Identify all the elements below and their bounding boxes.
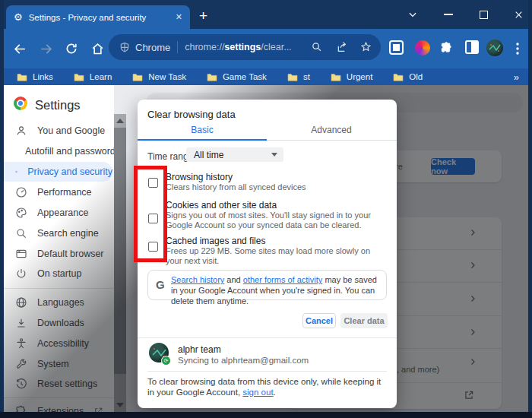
menu-dots-icon[interactable] — [516, 43, 519, 55]
other-forms-link[interactable]: other forms of activity — [243, 275, 323, 284]
cancel-button[interactable]: Cancel — [302, 313, 336, 328]
sidebar-item-default-browser[interactable]: Default browser — [4, 244, 114, 264]
reload-icon — [65, 42, 78, 55]
sidebar-item-label: Privacy and security — [27, 166, 112, 177]
window-frame-left — [0, 0, 4, 418]
dialog-title: Clear browsing data — [147, 109, 236, 120]
sidebar-item-autofill[interactable]: Autofill and passwords — [4, 141, 114, 161]
address-bar[interactable]: Chrome chrome://settings/clear... — [109, 34, 381, 60]
sidebar-item-label: Languages — [37, 297, 84, 308]
sidebar-item-performance[interactable]: Performance — [4, 182, 114, 202]
extension-color-icon[interactable] — [415, 40, 430, 55]
bookmark-folder[interactable]: Learn — [74, 72, 112, 81]
settings-gear-icon: ⚙ — [14, 12, 23, 22]
accessibility-icon — [15, 337, 27, 350]
home-button[interactable] — [88, 40, 106, 58]
sidebar-item-label: Reset settings — [37, 378, 97, 389]
bookmark-folder[interactable]: New Task — [132, 72, 186, 81]
wrench-icon — [15, 358, 27, 370]
side-panel-icon[interactable] — [465, 40, 479, 54]
minimize-icon — [444, 14, 453, 15]
reload-button[interactable] — [62, 40, 81, 58]
sidebar-item-extensions[interactable]: Extensions — [4, 401, 114, 412]
sidebar-divider — [4, 288, 114, 289]
sidebar-item-appearance[interactable]: Appearance — [4, 203, 114, 223]
sidebar-item-on-startup[interactable]: On startup — [4, 264, 114, 283]
notice-text: Search history and other forms of activi… — [171, 274, 382, 306]
sign-out-link[interactable]: sign out — [242, 388, 273, 397]
scrollbar-up-arrow-icon[interactable] — [116, 119, 124, 123]
tab-title: Settings - Privacy and security — [29, 13, 169, 22]
sidebar-item-label: Downloads — [37, 318, 84, 328]
folder-icon — [287, 72, 298, 81]
bookmark-folder[interactable]: Urgent — [331, 72, 373, 81]
zoom-search-icon[interactable] — [311, 41, 322, 52]
extensions-puzzle-icon[interactable] — [440, 41, 454, 55]
forward-button[interactable] — [36, 40, 55, 58]
back-button[interactable] — [11, 40, 29, 58]
checkbox-title: Cookies and other site data — [166, 200, 277, 211]
minimize-button[interactable] — [439, 7, 458, 22]
notice-text-part: and — [224, 275, 242, 284]
url-host: settings — [224, 42, 261, 52]
time-range-value: All time — [194, 150, 223, 160]
folder-icon — [331, 72, 341, 81]
chevron-right-icon — [468, 294, 477, 303]
check-now-button[interactable]: Check now — [431, 158, 475, 175]
browser-tab[interactable]: ⚙ Settings - Privacy and security ✕ — [6, 5, 190, 29]
account-sync-status: Syncing to alphrteam@gmail.com — [178, 356, 309, 365]
sidebar-item-accessibility[interactable]: Accessibility — [4, 334, 114, 353]
bookmark-folder[interactable]: st — [287, 72, 310, 81]
browser-icon — [15, 248, 27, 260]
scrollbar-thumb[interactable] — [114, 128, 126, 374]
time-range-select[interactable]: All time — [186, 147, 283, 162]
dialog-tabs: Basic Advanced — [138, 121, 397, 141]
tab-close-icon[interactable]: ✕ — [176, 12, 182, 22]
sidebar-item-privacy-and-security[interactable]: Privacy and security — [4, 162, 112, 182]
folder-icon — [17, 72, 27, 81]
scrollbar-down-arrow-icon[interactable] — [116, 403, 124, 407]
download-icon — [15, 317, 27, 329]
tab-advanced[interactable]: Advanced — [267, 121, 396, 140]
chevron-right-icon — [468, 328, 477, 337]
tab-search-chevron-icon[interactable] — [403, 7, 423, 22]
sidebar-item-languages[interactable]: Languages — [4, 293, 114, 312]
sync-badge-icon: ⟳ — [161, 356, 171, 366]
extension-window-icon[interactable] — [389, 40, 404, 55]
dialog-footer-text: To clear browsing data from this device … — [147, 376, 385, 397]
chevron-right-icon — [468, 357, 477, 366]
person-icon — [15, 125, 27, 137]
tab-basic[interactable]: Basic — [138, 121, 267, 140]
bookmark-folder[interactable]: Links — [17, 72, 53, 81]
sidebar-item-downloads[interactable]: Downloads — [4, 313, 114, 333]
bookmark-label: Game Task — [223, 72, 267, 81]
sidebar-item-label: Search engine — [37, 228, 99, 239]
url-text: chrome://settings/clear... — [185, 42, 291, 52]
annotation-highlight-rectangle — [134, 166, 167, 262]
window-frame-bottom — [0, 412, 532, 418]
sidebar-item-search-engine[interactable]: Search engine — [4, 223, 114, 243]
shield-icon — [15, 166, 17, 178]
address-divider — [177, 41, 178, 53]
close-window-button[interactable] — [508, 7, 528, 22]
clear-data-button[interactable]: Clear data — [340, 313, 388, 328]
dialog-divider — [138, 337, 397, 338]
bookmark-folder[interactable]: Old — [393, 72, 423, 81]
bookmark-star-icon[interactable] — [360, 41, 372, 52]
bookmark-label: Links — [33, 72, 53, 81]
share-icon[interactable] — [336, 41, 348, 53]
sidebar-item-system[interactable]: System — [4, 354, 114, 374]
bookmark-folder[interactable]: Game Task — [207, 72, 267, 81]
maximize-button[interactable] — [473, 7, 493, 22]
folder-icon — [207, 72, 217, 81]
speedometer-icon — [15, 186, 27, 198]
sidebar-item-you-and-google[interactable]: You and Google — [4, 121, 114, 141]
bookmark-label: st — [303, 72, 310, 81]
row-text-fragment: , and more) — [397, 365, 439, 374]
new-tab-button[interactable]: + — [199, 8, 207, 24]
sidebar-item-reset-settings[interactable]: Reset settings — [4, 374, 114, 394]
bookmarks-overflow-icon[interactable]: » — [514, 68, 518, 85]
site-info-shield-icon[interactable] — [119, 42, 130, 52]
search-history-link[interactable]: Search history — [171, 275, 224, 284]
profile-avatar[interactable] — [486, 40, 503, 56]
